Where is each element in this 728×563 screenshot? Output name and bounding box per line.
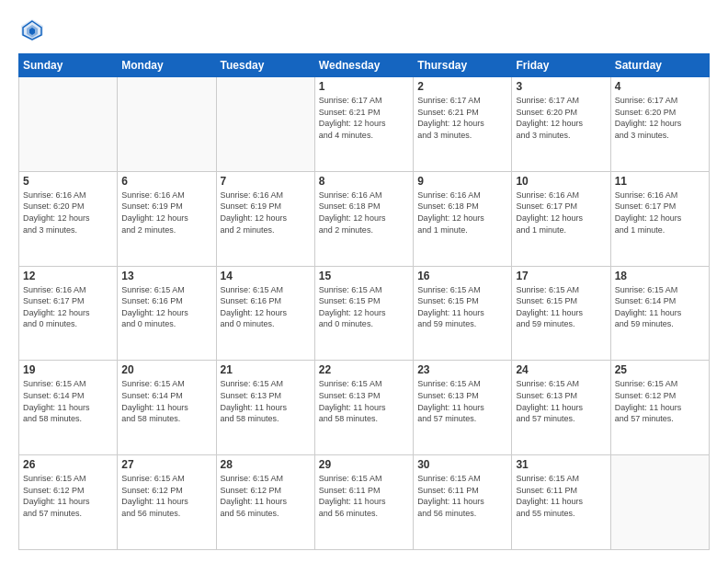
calendar-cell: 20Sunrise: 6:15 AM Sunset: 6:14 PM Dayli… <box>118 361 216 455</box>
day-info: Sunrise: 6:16 AM Sunset: 6:19 PM Dayligh… <box>221 190 311 236</box>
calendar-cell: 22Sunrise: 6:15 AM Sunset: 6:13 PM Dayli… <box>314 361 413 455</box>
calendar-cell: 30Sunrise: 6:15 AM Sunset: 6:11 PM Dayli… <box>414 455 512 550</box>
day-info: Sunrise: 6:16 AM Sunset: 6:17 PM Dayligh… <box>23 284 113 330</box>
calendar-cell: 3Sunrise: 6:17 AM Sunset: 6:20 PM Daylig… <box>512 77 610 172</box>
weekday-header-wednesday: Wednesday <box>314 54 413 77</box>
day-info: Sunrise: 6:16 AM Sunset: 6:18 PM Dayligh… <box>319 190 409 236</box>
day-info: Sunrise: 6:16 AM Sunset: 6:19 PM Dayligh… <box>121 190 211 236</box>
day-number: 26 <box>23 458 113 471</box>
day-info: Sunrise: 6:15 AM Sunset: 6:13 PM Dayligh… <box>516 378 606 424</box>
logo <box>18 17 51 44</box>
week-row-1: 1Sunrise: 6:17 AM Sunset: 6:21 PM Daylig… <box>19 77 710 172</box>
day-info: Sunrise: 6:17 AM Sunset: 6:21 PM Dayligh… <box>417 95 507 141</box>
day-number: 10 <box>516 175 606 188</box>
calendar-cell: 2Sunrise: 6:17 AM Sunset: 6:21 PM Daylig… <box>414 77 512 172</box>
calendar-cell: 5Sunrise: 6:16 AM Sunset: 6:20 PM Daylig… <box>19 171 118 266</box>
day-info: Sunrise: 6:15 AM Sunset: 6:14 PM Dayligh… <box>23 378 113 424</box>
day-number: 24 <box>516 363 606 376</box>
day-number: 19 <box>23 363 113 376</box>
weekday-header-saturday: Saturday <box>610 54 709 77</box>
day-number: 5 <box>23 175 113 188</box>
calendar-cell: 18Sunrise: 6:15 AM Sunset: 6:14 PM Dayli… <box>610 266 709 361</box>
day-info: Sunrise: 6:15 AM Sunset: 6:13 PM Dayligh… <box>319 378 409 424</box>
week-row-5: 26Sunrise: 6:15 AM Sunset: 6:12 PM Dayli… <box>19 455 710 550</box>
day-number: 3 <box>516 80 606 93</box>
page: SundayMondayTuesdayWednesdayThursdayFrid… <box>0 0 728 563</box>
day-number: 9 <box>417 175 507 188</box>
day-info: Sunrise: 6:15 AM Sunset: 6:15 PM Dayligh… <box>319 284 409 330</box>
calendar-cell: 12Sunrise: 6:16 AM Sunset: 6:17 PM Dayli… <box>19 266 118 361</box>
calendar-cell: 17Sunrise: 6:15 AM Sunset: 6:15 PM Dayli… <box>512 266 610 361</box>
day-info: Sunrise: 6:15 AM Sunset: 6:12 PM Dayligh… <box>121 473 211 519</box>
day-info: Sunrise: 6:17 AM Sunset: 6:21 PM Dayligh… <box>319 95 409 141</box>
calendar-cell: 8Sunrise: 6:16 AM Sunset: 6:18 PM Daylig… <box>314 171 413 266</box>
day-number: 15 <box>319 270 409 282</box>
calendar-cell: 31Sunrise: 6:15 AM Sunset: 6:11 PM Dayli… <box>512 455 610 550</box>
day-number: 20 <box>121 363 211 376</box>
day-number: 28 <box>221 458 311 471</box>
week-row-4: 19Sunrise: 6:15 AM Sunset: 6:14 PM Dayli… <box>19 361 710 455</box>
day-info: Sunrise: 6:15 AM Sunset: 6:11 PM Dayligh… <box>417 473 507 519</box>
day-info: Sunrise: 6:15 AM Sunset: 6:12 PM Dayligh… <box>221 473 311 519</box>
day-number: 23 <box>417 363 507 376</box>
day-info: Sunrise: 6:16 AM Sunset: 6:17 PM Dayligh… <box>516 190 606 236</box>
day-info: Sunrise: 6:15 AM Sunset: 6:13 PM Dayligh… <box>417 378 507 424</box>
calendar-cell: 29Sunrise: 6:15 AM Sunset: 6:11 PM Dayli… <box>314 455 413 550</box>
day-number: 6 <box>121 175 211 188</box>
weekday-header-thursday: Thursday <box>414 54 512 77</box>
calendar-cell: 16Sunrise: 6:15 AM Sunset: 6:15 PM Dayli… <box>414 266 512 361</box>
day-number: 27 <box>121 458 211 471</box>
day-info: Sunrise: 6:15 AM Sunset: 6:12 PM Dayligh… <box>23 473 113 519</box>
day-info: Sunrise: 6:15 AM Sunset: 6:15 PM Dayligh… <box>516 284 606 330</box>
day-info: Sunrise: 6:15 AM Sunset: 6:14 PM Dayligh… <box>615 284 705 330</box>
week-row-2: 5Sunrise: 6:16 AM Sunset: 6:20 PM Daylig… <box>19 171 710 266</box>
day-info: Sunrise: 6:15 AM Sunset: 6:13 PM Dayligh… <box>221 378 311 424</box>
calendar-cell: 15Sunrise: 6:15 AM Sunset: 6:15 PM Dayli… <box>314 266 413 361</box>
calendar-cell: 13Sunrise: 6:15 AM Sunset: 6:16 PM Dayli… <box>118 266 216 361</box>
day-number: 13 <box>121 270 211 282</box>
calendar-cell: 1Sunrise: 6:17 AM Sunset: 6:21 PM Daylig… <box>314 77 413 172</box>
calendar-cell: 25Sunrise: 6:15 AM Sunset: 6:12 PM Dayli… <box>610 361 709 455</box>
day-number: 17 <box>516 270 606 282</box>
calendar-cell: 6Sunrise: 6:16 AM Sunset: 6:19 PM Daylig… <box>118 171 216 266</box>
day-info: Sunrise: 6:16 AM Sunset: 6:18 PM Dayligh… <box>417 190 507 236</box>
week-row-3: 12Sunrise: 6:16 AM Sunset: 6:17 PM Dayli… <box>19 266 710 361</box>
day-number: 31 <box>516 458 606 471</box>
day-number: 11 <box>615 175 705 188</box>
day-number: 1 <box>319 80 409 93</box>
weekday-header-tuesday: Tuesday <box>216 54 314 77</box>
day-info: Sunrise: 6:17 AM Sunset: 6:20 PM Dayligh… <box>615 95 705 141</box>
calendar-cell: 11Sunrise: 6:16 AM Sunset: 6:17 PM Dayli… <box>610 171 709 266</box>
day-number: 12 <box>23 270 113 282</box>
calendar-cell <box>19 77 118 172</box>
calendar-cell: 26Sunrise: 6:15 AM Sunset: 6:12 PM Dayli… <box>19 455 118 550</box>
day-number: 25 <box>615 363 705 376</box>
weekday-header-sunday: Sunday <box>19 54 118 77</box>
calendar-table: SundayMondayTuesdayWednesdayThursdayFrid… <box>18 53 710 550</box>
day-number: 29 <box>319 458 409 471</box>
day-number: 2 <box>417 80 507 93</box>
calendar-cell: 9Sunrise: 6:16 AM Sunset: 6:18 PM Daylig… <box>414 171 512 266</box>
weekday-header-monday: Monday <box>118 54 216 77</box>
day-info: Sunrise: 6:15 AM Sunset: 6:15 PM Dayligh… <box>417 284 507 330</box>
day-number: 8 <box>319 175 409 188</box>
day-number: 7 <box>221 175 311 188</box>
day-info: Sunrise: 6:16 AM Sunset: 6:17 PM Dayligh… <box>615 190 705 236</box>
day-info: Sunrise: 6:16 AM Sunset: 6:20 PM Dayligh… <box>23 190 113 236</box>
day-info: Sunrise: 6:15 AM Sunset: 6:11 PM Dayligh… <box>516 473 606 519</box>
day-info: Sunrise: 6:15 AM Sunset: 6:11 PM Dayligh… <box>319 473 409 519</box>
calendar-cell: 19Sunrise: 6:15 AM Sunset: 6:14 PM Dayli… <box>19 361 118 455</box>
day-number: 18 <box>615 270 705 282</box>
day-number: 21 <box>221 363 311 376</box>
day-info: Sunrise: 6:15 AM Sunset: 6:16 PM Dayligh… <box>121 284 211 330</box>
calendar-cell: 24Sunrise: 6:15 AM Sunset: 6:13 PM Dayli… <box>512 361 610 455</box>
day-number: 4 <box>615 80 705 93</box>
calendar-cell: 28Sunrise: 6:15 AM Sunset: 6:12 PM Dayli… <box>216 455 314 550</box>
calendar-cell: 21Sunrise: 6:15 AM Sunset: 6:13 PM Dayli… <box>216 361 314 455</box>
day-number: 16 <box>417 270 507 282</box>
day-number: 22 <box>319 363 409 376</box>
day-info: Sunrise: 6:15 AM Sunset: 6:16 PM Dayligh… <box>221 284 311 330</box>
day-info: Sunrise: 6:17 AM Sunset: 6:20 PM Dayligh… <box>516 95 606 141</box>
day-number: 30 <box>417 458 507 471</box>
calendar-cell <box>118 77 216 172</box>
